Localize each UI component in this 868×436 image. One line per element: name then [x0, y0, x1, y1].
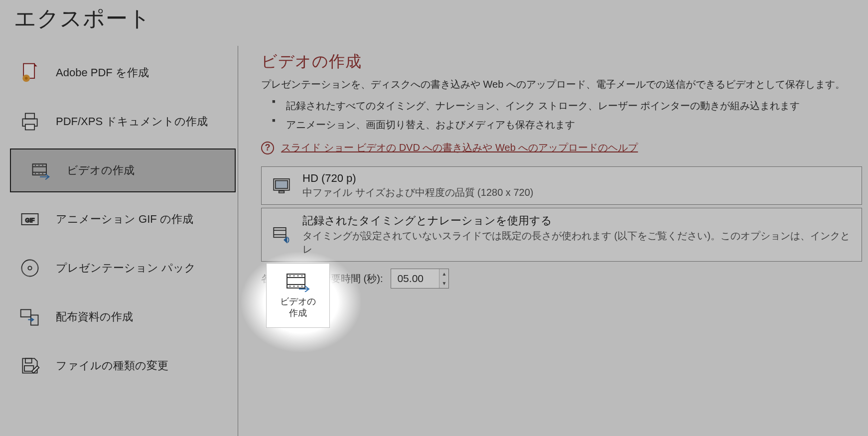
- film-audio-icon: [270, 223, 293, 247]
- svg-point-12: [42, 165, 43, 166]
- create-video-button-highlight: ビデオの 作成: [251, 257, 351, 345]
- svg-rect-6: [25, 125, 34, 130]
- sidebar-item-handouts[interactable]: 配布資料の作成: [0, 295, 238, 339]
- create-video-button[interactable]: ビデオの 作成: [266, 263, 330, 328]
- svg-point-11: [38, 165, 39, 166]
- svg-point-10: [35, 165, 36, 166]
- svg-marker-1: [34, 64, 37, 67]
- sidebar-item-label: PDF/XPS ドキュメントの作成: [56, 114, 208, 129]
- stepper-up-button[interactable]: ▲: [439, 269, 448, 279]
- svg-point-33: [289, 275, 290, 276]
- svg-point-13: [35, 173, 36, 174]
- sidebar-item-label: プレゼンテーション パック: [56, 261, 196, 276]
- page-title: エクスポート: [14, 4, 151, 33]
- dropdown-text: HD (720 p) 中ファイル サイズおよび中程度の品質 (1280 x 72…: [302, 172, 533, 199]
- svg-rect-25: [276, 180, 288, 188]
- panel-title: ビデオの作成: [261, 51, 868, 73]
- help-icon: ?: [261, 142, 274, 154]
- svg-text:GIF: GIF: [25, 217, 35, 223]
- dropdown-subtitle: タイミングが設定されていないスライドでは既定の長さが使われます (以下をご覧くだ…: [302, 229, 854, 256]
- sidebar-item-label: アニメーション GIF の作成: [56, 212, 193, 227]
- export-sidebar: Adobe PDF を作成 PDF/XPS ドキュメントの作成 ビデオの作成 G…: [0, 46, 238, 436]
- timings-dropdown[interactable]: 記録されたタイミングとナレーションを使用する タイミングが設定されていないスライ…: [261, 208, 862, 262]
- export-video-panel: ビデオの作成 プレゼンテーションを、ディスクへの書き込みや Web へのアップロ…: [261, 51, 868, 436]
- svg-point-37: [289, 286, 290, 287]
- svg-point-3: [25, 77, 27, 80]
- pdf-adobe-icon: [18, 61, 42, 85]
- svg-point-14: [38, 173, 39, 174]
- panel-bullets: 記録されたすべてのタイミング、ナレーション、インク ストローク、レーザー ポイン…: [272, 96, 868, 134]
- slide-duration-row: 各スライドの所要時間 (秒): ▲ ▼: [261, 269, 868, 289]
- svg-point-38: [293, 286, 294, 287]
- svg-point-34: [293, 275, 294, 276]
- stepper-down-button[interactable]: ▼: [439, 279, 448, 288]
- slide-duration-stepper[interactable]: ▲ ▼: [391, 269, 449, 289]
- sidebar-item-label: ビデオの作成: [67, 163, 135, 178]
- svg-point-36: [301, 275, 302, 276]
- dropdown-text: 記録されたタイミングとナレーションを使用する タイミングが設定されていないスライ…: [302, 213, 854, 256]
- bullet-item: 記録されたすべてのタイミング、ナレーション、インク ストローク、レーザー ポイン…: [272, 96, 868, 115]
- handout-icon: [18, 305, 42, 329]
- dropdown-subtitle: 中ファイル サイズおよび中程度の品質 (1280 x 720): [302, 186, 533, 199]
- gif-icon: GIF: [18, 207, 42, 231]
- sidebar-item-label: 配布資料の作成: [56, 309, 133, 324]
- svg-rect-20: [21, 309, 31, 317]
- svg-rect-26: [279, 191, 285, 193]
- sidebar-item-gif[interactable]: GIF アニメーション GIF の作成: [0, 197, 238, 241]
- monitor-icon: [270, 174, 293, 198]
- dropdown-title: HD (720 p): [302, 172, 533, 185]
- svg-point-35: [297, 275, 298, 276]
- dropdown-title: 記録されたタイミングとナレーションを使用する: [302, 213, 854, 228]
- svg-rect-5: [25, 114, 34, 119]
- sidebar-item-label: ファイルの種類の変更: [56, 358, 168, 373]
- save-edit-icon: [18, 354, 42, 378]
- svg-rect-27: [274, 228, 286, 237]
- svg-point-15: [42, 173, 43, 174]
- sidebar-item-video[interactable]: ビデオの作成: [10, 148, 236, 192]
- video-quality-dropdown[interactable]: HD (720 p) 中ファイル サイズおよび中程度の品質 (1280 x 72…: [261, 166, 862, 205]
- help-row: ? スライド ショー ビデオの DVD への書き込みや Web へのアップロード…: [261, 141, 868, 154]
- sidebar-item-label: Adobe PDF を作成: [56, 65, 149, 80]
- sidebar-item-package[interactable]: プレゼンテーション パック: [0, 246, 238, 290]
- printer-icon: [18, 110, 42, 134]
- export-content: Adobe PDF を作成 PDF/XPS ドキュメントの作成 ビデオの作成 G…: [0, 46, 868, 436]
- disc-icon: [18, 256, 42, 280]
- svg-point-40: [301, 286, 302, 287]
- create-video-button-label: ビデオの 作成: [280, 296, 316, 319]
- help-link[interactable]: スライド ショー ビデオの DVD への書き込みや Web へのアップロードのヘ…: [281, 141, 638, 154]
- svg-rect-22: [25, 358, 32, 363]
- sidebar-item-pdf-xps[interactable]: PDF/XPS ドキュメントの作成: [0, 100, 238, 144]
- svg-point-19: [28, 266, 31, 270]
- svg-point-39: [297, 286, 298, 287]
- panel-description: プレゼンテーションを、ディスクへの書き込みや Web へのアップロード、電子メー…: [261, 78, 868, 91]
- sidebar-item-change-type[interactable]: ファイルの種類の変更: [0, 344, 238, 388]
- sidebar-item-adobe-pdf[interactable]: Adobe PDF を作成: [0, 51, 238, 95]
- film-export-icon: [29, 158, 53, 182]
- slide-duration-input[interactable]: [391, 269, 439, 288]
- bullet-item: アニメーション、画面切り替え、およびメディアも保存されます: [272, 115, 868, 134]
